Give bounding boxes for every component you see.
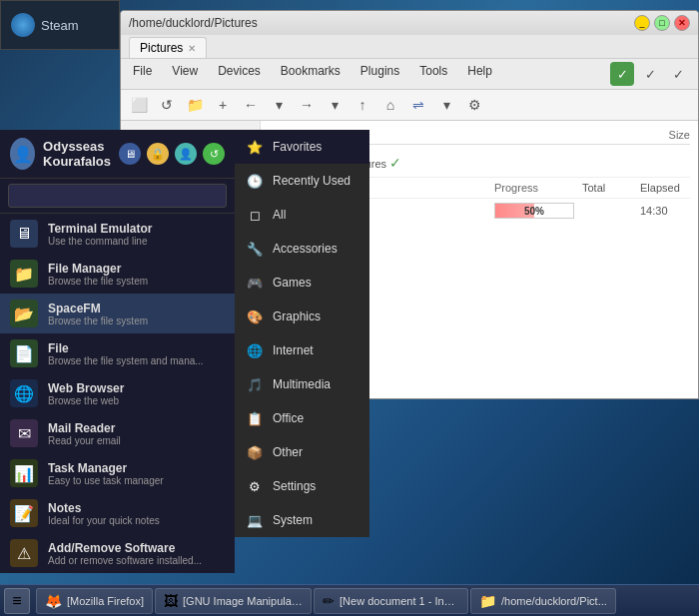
cat-recently-used[interactable]: 🕒 Recently Used — [235, 164, 369, 198]
web-browser-info: Web Browser Browse the web — [48, 381, 124, 406]
cat-settings[interactable]: ⚙ Settings — [235, 469, 369, 503]
header-icon-teal[interactable]: 👤 — [175, 143, 197, 165]
fm-menu-plugins[interactable]: Plugins — [356, 62, 403, 86]
cat-multimedia-label: Multimedia — [273, 377, 331, 391]
firefox-label: [Mozilla Firefox] — [67, 595, 144, 607]
fm-toolbar-btn-add[interactable]: + — [211, 93, 235, 117]
taskbar: ≡ 🦊 [Mozilla Firefox] 🖼 [GNU Image Manip… — [0, 584, 699, 616]
user-header: 👤 Odysseas Kourafalos 🖥 🔒 👤 ↺ — [0, 130, 235, 179]
app-item-web-browser[interactable]: 🌐 Web Browser Browse the web — [0, 373, 235, 413]
fm-tab-pictures[interactable]: Pictures ✕ — [129, 37, 207, 58]
header-icon-green[interactable]: ↺ — [203, 143, 225, 165]
fm-toolbar-btn-dropdown2[interactable]: ▾ — [323, 93, 347, 117]
fm-toolbar-btn-back[interactable]: ← — [239, 93, 263, 117]
fm-toolbar-btn-nav[interactable]: ⇌ — [406, 93, 430, 117]
fm-tab-label: Pictures — [140, 41, 183, 55]
search-input[interactable] — [8, 184, 227, 208]
spacefm-taskbar-icon: 📁 — [479, 593, 496, 609]
file-manager-name: File Manager — [48, 262, 148, 276]
fm-toolbar-btn-forward[interactable]: → — [295, 93, 319, 117]
fm-window-controls: _ □ ✕ — [634, 15, 690, 31]
close-button[interactable]: ✕ — [674, 15, 690, 31]
firefox-icon: 🦊 — [45, 593, 62, 609]
fm-menu-help[interactable]: Help — [463, 62, 496, 86]
add-remove-icon: ⚠ — [10, 539, 38, 567]
cat-other[interactable]: 📦 Other — [235, 435, 369, 469]
fm-toolbar-btn-2[interactable]: ↺ — [155, 93, 179, 117]
notes-name: Notes — [48, 501, 160, 515]
fm-menu-bookmarks[interactable]: Bookmarks — [277, 62, 345, 86]
fm-check-btn-3[interactable]: ✓ — [666, 62, 690, 86]
mail-reader-desc: Read your email — [48, 435, 121, 446]
cat-games[interactable]: 🎮 Games — [235, 266, 369, 300]
add-remove-info: Add/Remove Software Add or remove softwa… — [48, 541, 202, 566]
app-item-add-remove[interactable]: ⚠ Add/Remove Software Add or remove soft… — [0, 533, 235, 573]
app-item-mail-reader[interactable]: ✉ Mail Reader Read your email — [0, 413, 235, 453]
fm-tabs: Pictures ✕ — [121, 35, 698, 59]
favorites-icon: ⭐ — [245, 137, 265, 157]
app-menu-categories: ⭐ Favorites 🕒 Recently Used ◻ All 🔧 Acce… — [235, 130, 369, 537]
recently-used-icon: 🕒 — [245, 171, 265, 191]
cat-recently-used-label: Recently Used — [273, 174, 350, 188]
app-item-task-manager[interactable]: 📊 Task Manager Easy to use task manager — [0, 453, 235, 493]
minimize-button[interactable]: _ — [634, 15, 650, 31]
cat-favorites[interactable]: ⭐ Favorites — [235, 130, 369, 164]
fm-toolbar-btn-dropdown1[interactable]: ▾ — [267, 93, 291, 117]
cat-accessories[interactable]: 🔧 Accessories — [235, 232, 369, 266]
cat-all[interactable]: ◻ All — [235, 198, 369, 232]
fm-menu-view[interactable]: View — [168, 62, 202, 86]
cat-office[interactable]: 📋 Office — [235, 401, 369, 435]
fm-check-btn-2[interactable]: ✓ — [638, 62, 662, 86]
fm-tab-close[interactable]: ✕ — [188, 43, 196, 54]
app-item-file[interactable]: 📄 File Browse the file system and mana..… — [0, 333, 235, 373]
fm-toolbar-btn-1[interactable]: ⬜ — [127, 93, 151, 117]
fm-toolbar-btn-up[interactable]: ↑ — [350, 93, 374, 117]
app-item-file-manager[interactable]: 📁 File Manager Browse the file system — [0, 254, 235, 294]
maximize-button[interactable]: □ — [654, 15, 670, 31]
cat-settings-label: Settings — [273, 479, 316, 493]
progress-total-header: Total — [582, 182, 632, 194]
cat-favorites-label: Favorites — [273, 140, 322, 154]
fm-title: /home/ducklord/Pictures — [129, 16, 258, 30]
app-item-notes[interactable]: 📝 Notes Ideal for your quick notes — [0, 493, 235, 533]
cat-system[interactable]: 💻 System — [235, 503, 369, 537]
app-item-terminal[interactable]: 🖥 Terminal Emulator Use the command line — [0, 214, 235, 254]
fm-toolbar-btn-folder[interactable]: 📁 — [183, 93, 207, 117]
fm-toolbar-btn-settings[interactable]: ⚙ — [462, 93, 486, 117]
taskbar-start-button[interactable]: ≡ — [4, 588, 30, 614]
graphics-icon: 🎨 — [245, 307, 265, 326]
cat-graphics-label: Graphics — [273, 309, 321, 323]
file-name: File — [48, 341, 204, 355]
app-item-spacefm[interactable]: 📂 SpaceFM Browse the file system — [0, 294, 235, 333]
other-icon: 📦 — [245, 442, 265, 462]
fm-menu-devices[interactable]: Devices — [214, 62, 265, 86]
file-desc: Browse the file system and mana... — [48, 355, 204, 366]
taskbar-item-firefox[interactable]: 🦊 [Mozilla Firefox] — [36, 588, 153, 614]
cat-multimedia[interactable]: 🎵 Multimedia — [235, 367, 369, 401]
spacefm-icon: 📂 — [10, 300, 38, 327]
fm-col-size: Size — [630, 129, 690, 141]
task-manager-name: Task Manager — [48, 461, 164, 475]
fm-menu-tools[interactable]: Tools — [415, 62, 451, 86]
taskbar-item-gimp[interactable]: 🖼 [GNU Image Manipulation... — [155, 588, 312, 614]
fm-menu-file[interactable]: File — [129, 62, 156, 86]
fm-toolbar-btn-dropdown3[interactable]: ▾ — [434, 93, 458, 117]
games-icon: 🎮 — [245, 273, 265, 293]
fm-menubar: File View Devices Bookmarks Plugins Tool… — [121, 59, 698, 90]
header-icon-blue[interactable]: 🖥 — [119, 143, 141, 165]
file-manager-icon: 📁 — [10, 260, 38, 288]
taskbar-item-inkscape[interactable]: ✏ [New document 1 - Inksc... — [314, 588, 468, 614]
mail-reader-info: Mail Reader Read your email — [48, 421, 121, 446]
cat-graphics[interactable]: 🎨 Graphics — [235, 300, 369, 333]
path-check: ✓ — [389, 155, 401, 171]
task-manager-info: Task Manager Easy to use task manager — [48, 461, 164, 486]
taskbar-item-spacefm[interactable]: 📁 /home/ducklord/Pict... — [470, 588, 616, 614]
header-icon-yellow[interactable]: 🔒 — [147, 143, 169, 165]
terminal-icon: 🖥 — [10, 220, 38, 248]
task-manager-icon: 📊 — [10, 459, 38, 487]
steam-icon — [11, 13, 35, 37]
fm-check-btn-1[interactable]: ✓ — [610, 62, 634, 86]
cat-internet[interactable]: 🌐 Internet — [235, 333, 369, 367]
fm-toolbar-btn-home[interactable]: ⌂ — [378, 93, 402, 117]
notes-icon: 📝 — [10, 499, 38, 527]
